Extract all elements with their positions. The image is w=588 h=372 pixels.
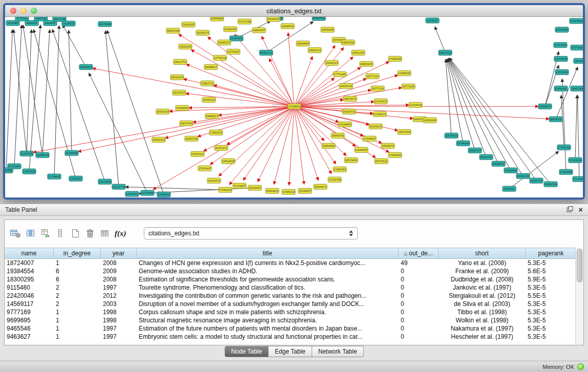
graph-node[interactable]: 12376096 bbox=[141, 190, 154, 195]
graph-node[interactable]: 12106113 bbox=[373, 112, 386, 117]
graph-node[interactable]: 17485309 bbox=[388, 56, 402, 61]
graph-node[interactable]: 22405327 bbox=[217, 40, 231, 45]
import-table-icon[interactable] bbox=[40, 228, 51, 239]
table-row[interactable]: 1938455462009Genome-wide association stu… bbox=[5, 267, 576, 275]
graph-node[interactable]: 17544418 bbox=[219, 187, 232, 192]
table-row[interactable]: 1456911722003Disruption of a novel membe… bbox=[5, 300, 576, 308]
graph-node[interactable]: 19014752 bbox=[480, 155, 493, 160]
graph-node[interactable]: 17240654 bbox=[288, 104, 301, 109]
graph-node[interactable]: 16547401 bbox=[230, 36, 243, 41]
graph-node[interactable]: 18175527 bbox=[172, 90, 186, 95]
minimize-window-button[interactable] bbox=[20, 8, 27, 14]
graph-node[interactable]: 10196522 bbox=[62, 21, 75, 26]
graph-node[interactable]: 16058522 bbox=[549, 117, 562, 122]
graph-node[interactable]: 18675234 bbox=[180, 121, 193, 126]
graph-node[interactable]: 17085493 bbox=[333, 167, 346, 172]
graph-node[interactable]: 9277442 bbox=[571, 45, 583, 50]
graph-node[interactable]: 9245012 bbox=[503, 186, 516, 191]
graph-node[interactable]: 18542313 bbox=[202, 97, 215, 102]
table-scrollbar[interactable] bbox=[575, 248, 583, 345]
graph-node[interactable]: 15958871 bbox=[538, 104, 552, 109]
graph-node[interactable]: 12297302 bbox=[125, 191, 139, 196]
graph-node[interactable]: 8183041 bbox=[426, 18, 439, 23]
graph-node[interactable]: 17725054 bbox=[573, 177, 583, 182]
graph-node[interactable]: 16194473 bbox=[207, 178, 221, 183]
column-header-in_degree[interactable]: in_degree bbox=[54, 248, 101, 258]
graph-node[interactable]: 20531473 bbox=[170, 75, 184, 80]
tab-network-table[interactable]: Network Table bbox=[312, 346, 364, 357]
graph-node[interactable]: 11698274 bbox=[36, 152, 49, 158]
table-row[interactable]: 2242004622012Investigating the contribut… bbox=[5, 292, 576, 300]
column-header-year[interactable]: year bbox=[101, 248, 137, 258]
graph-node[interactable]: 20099817 bbox=[204, 64, 217, 70]
graph-node[interactable]: 19104666 bbox=[504, 168, 517, 173]
graph-node[interactable]: 18095754 bbox=[331, 133, 344, 138]
graph-node[interactable]: 18533092 bbox=[344, 158, 358, 163]
tab-node-table[interactable]: Node Table bbox=[224, 346, 269, 357]
graph-node[interactable]: 16640931 bbox=[281, 24, 294, 29]
graph-node[interactable]: 11544901 bbox=[338, 122, 352, 127]
graph-node[interactable]: 19564038 bbox=[222, 159, 235, 164]
graph-node[interactable]: 15958145 bbox=[554, 86, 568, 91]
column-header-name[interactable]: name bbox=[5, 248, 54, 258]
table-scrollbar-thumb[interactable] bbox=[577, 249, 582, 282]
column-header-title[interactable]: title bbox=[137, 248, 399, 258]
graph-node[interactable]: 12034606 bbox=[98, 179, 112, 184]
graph-node[interactable]: 12490510 bbox=[157, 192, 170, 197]
graph-node[interactable]: 14134549 bbox=[554, 56, 568, 61]
table-row[interactable]: 946362711997Embryonic stem cells: a mode… bbox=[5, 333, 576, 341]
show-columns-icon[interactable] bbox=[26, 228, 36, 239]
graph-node[interactable]: 10674273 bbox=[343, 96, 357, 101]
graph-node[interactable]: 16341057 bbox=[248, 185, 262, 190]
graph-node[interactable]: 17854935 bbox=[388, 152, 402, 158]
graph-node[interactable]: 20163625 bbox=[79, 64, 93, 70]
graph-node[interactable]: 17619447 bbox=[198, 166, 211, 171]
graph-node[interactable]: 12940901 bbox=[176, 105, 189, 111]
graph-node[interactable]: 19099317 bbox=[205, 114, 219, 119]
close-window-button[interactable] bbox=[10, 8, 16, 14]
graph-node[interactable]: 17625412 bbox=[191, 151, 204, 157]
graph-node[interactable]: 16415314 bbox=[339, 83, 353, 89]
graph-node[interactable]: 21850464 bbox=[210, 17, 224, 21]
graph-node[interactable]: 18786444 bbox=[456, 141, 470, 146]
graph-node[interactable]: 17771405 bbox=[333, 72, 346, 77]
graph-node[interactable]: 17103540 bbox=[557, 145, 571, 150]
graph-node[interactable]: 11311067 bbox=[8, 164, 21, 169]
graph-node[interactable]: 19961504 bbox=[341, 40, 355, 45]
graph-node[interactable]: 16961721 bbox=[259, 50, 273, 55]
graph-node[interactable]: 10945922 bbox=[312, 17, 325, 20]
table-settings-icon[interactable] bbox=[10, 228, 21, 239]
close-panel-icon[interactable]: × bbox=[578, 207, 583, 213]
graph-node[interactable]: 19096302 bbox=[492, 161, 505, 166]
column-header-out_de[interactable]: △out_de... bbox=[399, 248, 439, 258]
graph-node[interactable]: 11567039 bbox=[23, 169, 36, 174]
window-titlebar[interactable]: citations_edges.txt bbox=[5, 5, 583, 17]
delete-table-icon[interactable] bbox=[100, 228, 110, 239]
graph-node[interactable]: 17204957 bbox=[363, 136, 376, 141]
graph-node[interactable]: 22406387 bbox=[224, 27, 237, 32]
tab-edge-table[interactable]: Edge Table bbox=[269, 346, 312, 357]
graph-node[interactable]: 19305731 bbox=[530, 178, 543, 183]
graph-node[interactable]: 18679413 bbox=[445, 133, 458, 138]
network-selector[interactable]: citations_edges.txt bbox=[144, 227, 358, 239]
float-panel-icon[interactable] bbox=[567, 205, 573, 214]
graph-node[interactable]: 13216544 bbox=[409, 102, 422, 107]
graph-node[interactable]: 18549373 bbox=[381, 143, 395, 148]
graph-node[interactable]: 10379864 bbox=[98, 21, 112, 27]
graph-node[interactable]: 17203016 bbox=[569, 158, 582, 163]
graph-node[interactable]: 21751346 bbox=[238, 19, 251, 24]
graph-node[interactable]: 16061264 bbox=[571, 86, 583, 91]
graph-node[interactable]: 19737094 bbox=[554, 42, 567, 48]
graph-node[interactable]: 13216071 bbox=[374, 99, 387, 104]
graph-node[interactable]: 19454330 bbox=[544, 182, 557, 187]
graph-node[interactable]: 21818103 bbox=[179, 44, 192, 49]
graph-node[interactable]: 18660903 bbox=[296, 41, 310, 46]
graph-node[interactable]: 22040907 bbox=[355, 147, 368, 152]
column-header-pagerank[interactable]: pagerank bbox=[526, 248, 576, 258]
zoom-window-button[interactable] bbox=[31, 8, 37, 14]
graph-node[interactable]: 18777147 bbox=[366, 74, 379, 79]
graph-node[interactable]: 16961287 bbox=[352, 50, 365, 55]
graph-node[interactable]: 13862711 bbox=[201, 81, 214, 86]
graph-node[interactable]: 12111734 bbox=[112, 184, 125, 189]
graph-node[interactable]: 16382538 bbox=[185, 136, 198, 141]
